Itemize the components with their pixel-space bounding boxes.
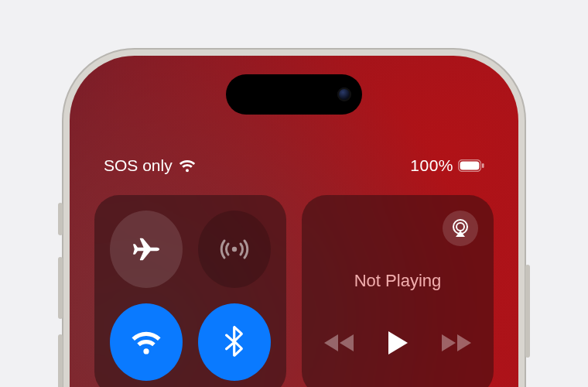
screen: SOS only 100% xyxy=(70,56,518,387)
status-bar: SOS only 100% xyxy=(70,156,518,175)
wifi-icon xyxy=(129,328,163,356)
airplane-mode-toggle[interactable] xyxy=(110,211,183,288)
status-left: SOS only xyxy=(104,156,196,175)
carrier-label: SOS only xyxy=(104,156,173,175)
media-tile[interactable]: Not Playing xyxy=(302,195,494,387)
bluetooth-toggle[interactable] xyxy=(198,303,271,381)
wifi-icon xyxy=(179,159,196,173)
side-button-volume-down xyxy=(58,334,63,387)
bluetooth-icon xyxy=(224,325,244,359)
iphone-frame: SOS only 100% xyxy=(62,48,526,387)
battery-percent-label: 100% xyxy=(410,156,453,175)
connectivity-grid xyxy=(110,211,271,381)
fast-forward-button[interactable] xyxy=(440,332,473,354)
media-title-label: Not Playing xyxy=(302,271,494,291)
airplane-icon xyxy=(131,234,162,265)
side-button-silence xyxy=(58,203,63,235)
front-camera xyxy=(337,87,351,101)
battery-icon xyxy=(458,159,484,172)
svg-rect-2 xyxy=(482,163,484,168)
side-button-volume-up xyxy=(58,257,63,319)
wifi-toggle[interactable] xyxy=(110,303,183,381)
antenna-icon xyxy=(218,233,251,265)
svg-point-3 xyxy=(232,247,237,252)
connectivity-tile[interactable] xyxy=(94,195,286,387)
svg-rect-1 xyxy=(460,162,480,170)
status-right: 100% xyxy=(410,156,484,175)
dynamic-island xyxy=(226,74,362,115)
svg-point-5 xyxy=(456,223,464,231)
media-controls xyxy=(302,330,494,356)
rewind-button[interactable] xyxy=(323,332,355,354)
airplay-button[interactable] xyxy=(443,211,478,246)
play-button[interactable] xyxy=(386,330,409,356)
control-center: Not Playing xyxy=(94,195,494,387)
side-button-power xyxy=(525,265,530,358)
cellular-antenna-toggle[interactable] xyxy=(198,211,271,288)
airplay-icon xyxy=(450,217,471,239)
